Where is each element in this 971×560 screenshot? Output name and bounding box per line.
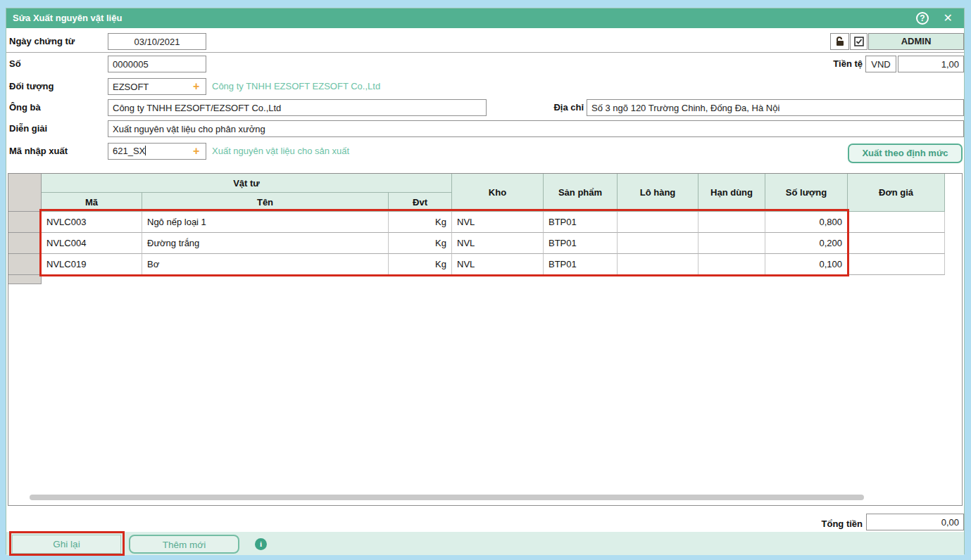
unlock-button[interactable] (830, 33, 849, 50)
user-badge[interactable]: ADMIN (868, 33, 964, 50)
cell-han-dung[interactable] (699, 233, 765, 254)
edit-material-export-dialog: Sửa Xuất nguyên vật liệu ? ✕ Ngày chứng … (6, 8, 965, 554)
add-new-button[interactable]: Thêm mới (129, 535, 239, 554)
cell-ma[interactable]: NVLC019 (42, 254, 142, 275)
column-header-han-dung[interactable]: Hạn dùng (699, 174, 765, 212)
number-label: Số (9, 56, 21, 72)
currency-rate-input[interactable] (898, 56, 964, 72)
column-header-san-pham[interactable]: Sản phẩm (544, 174, 618, 212)
column-header-don-gia[interactable]: Đơn giá (848, 174, 945, 212)
cell-kho[interactable]: NVL (452, 233, 544, 254)
currency-label: Tiền tệ (781, 56, 863, 72)
info-icon[interactable]: i (255, 538, 267, 550)
cell-ten[interactable]: Ngô nếp loại 1 (142, 212, 389, 233)
date-input[interactable] (108, 33, 206, 50)
help-icon[interactable]: ? (916, 12, 929, 25)
row-selector[interactable] (8, 212, 42, 233)
column-header-ten[interactable]: Tên (142, 193, 389, 212)
cell-lo-hang[interactable] (618, 254, 699, 275)
cell-lo-hang[interactable] (618, 212, 699, 233)
cell-han-dung[interactable] (699, 212, 765, 233)
cell-ten[interactable]: Đường trắng (142, 233, 389, 254)
checkbox-button[interactable] (850, 33, 867, 50)
cell-so-luong[interactable]: 0,100 (765, 254, 848, 275)
save-button[interactable]: Ghi lại (12, 535, 121, 554)
trans-code-name-text: Xuất nguyên vật liệu cho sản xuất (212, 143, 349, 160)
items-table: Vật tư Mã Tên Đvt Kho Sản phẩm Lô hàng H… (8, 173, 963, 506)
partner-lookup-plus-icon[interactable]: + (193, 78, 199, 95)
cell-san-pham[interactable]: BTP01 (544, 212, 618, 233)
cell-so-luong[interactable]: 0,200 (765, 233, 848, 254)
contact-input[interactable] (108, 99, 487, 116)
column-header-lo-hang[interactable]: Lô hàng (618, 174, 699, 212)
trans-code-lookup-plus-icon[interactable]: + (193, 143, 199, 160)
cell-dvt[interactable]: Kg (389, 254, 452, 275)
row-selector[interactable] (8, 233, 42, 254)
cell-so-luong[interactable]: 0,800 (765, 212, 848, 233)
cell-ma[interactable]: NVLC004 (42, 233, 142, 254)
text-cursor (145, 146, 146, 155)
address-input[interactable] (587, 99, 964, 116)
dialog-title: Sửa Xuất nguyên vật liệu (13, 13, 122, 23)
checked-checkbox-icon (854, 37, 864, 46)
cell-ten[interactable]: Bơ (142, 254, 389, 275)
dialog-titlebar[interactable]: Sửa Xuất nguyên vật liệu ? ✕ (6, 8, 964, 28)
cell-don-gia[interactable] (848, 233, 945, 254)
trans-code-input[interactable]: 621_SX (108, 143, 206, 160)
footer-bar: Ghi lại Thêm mới i (6, 532, 964, 555)
cell-kho[interactable]: NVL (452, 254, 544, 275)
horizontal-scrollbar[interactable] (30, 495, 864, 500)
description-input[interactable] (108, 120, 964, 137)
column-header-kho[interactable]: Kho (452, 174, 544, 212)
column-header-dvt[interactable]: Đvt (389, 193, 452, 212)
currency-code-input[interactable] (865, 56, 896, 72)
trans-code-label: Mã nhập xuất (9, 143, 68, 160)
cell-san-pham[interactable]: BTP01 (544, 254, 618, 275)
unlock-icon (834, 37, 845, 46)
row-selector-header[interactable] (8, 174, 42, 212)
cell-lo-hang[interactable] (618, 233, 699, 254)
number-input[interactable] (108, 56, 206, 72)
column-header-ma[interactable]: Mã (42, 193, 142, 212)
column-group-vat-tu[interactable]: Vật tư (42, 174, 452, 193)
row-selector[interactable] (8, 254, 42, 275)
address-label: Địa chỉ (513, 99, 584, 116)
cell-han-dung[interactable] (699, 254, 765, 275)
date-label: Ngày chứng từ (9, 33, 75, 50)
total-input[interactable] (866, 514, 964, 530)
row-separator (6, 52, 964, 53)
close-icon[interactable]: ✕ (944, 11, 953, 25)
partner-code-input[interactable] (108, 78, 206, 95)
column-header-so-luong[interactable]: Số lượng (765, 174, 848, 212)
total-label: Tổng tiền (778, 516, 863, 533)
cell-kho[interactable]: NVL (452, 212, 544, 233)
desktop-background: { "dialog": { "title": "Sửa Xuất nguyên … (0, 0, 971, 560)
cell-don-gia[interactable] (848, 212, 945, 233)
partner-label: Đối tượng (9, 78, 54, 95)
cell-ma[interactable]: NVLC003 (42, 212, 142, 233)
contact-label: Ông bà (9, 99, 41, 116)
partner-name-text: Công ty TNHH EZSOFT EZSOFT Co.,Ltd (212, 78, 380, 95)
cell-don-gia[interactable] (848, 254, 945, 275)
cell-dvt[interactable]: Kg (389, 233, 452, 254)
cell-dvt[interactable]: Kg (389, 212, 452, 233)
export-by-norm-button[interactable]: Xuất theo định mức (848, 144, 963, 163)
description-label: Diễn giải (9, 120, 47, 137)
row-selector-stub (8, 275, 42, 284)
cell-san-pham[interactable]: BTP01 (544, 233, 618, 254)
